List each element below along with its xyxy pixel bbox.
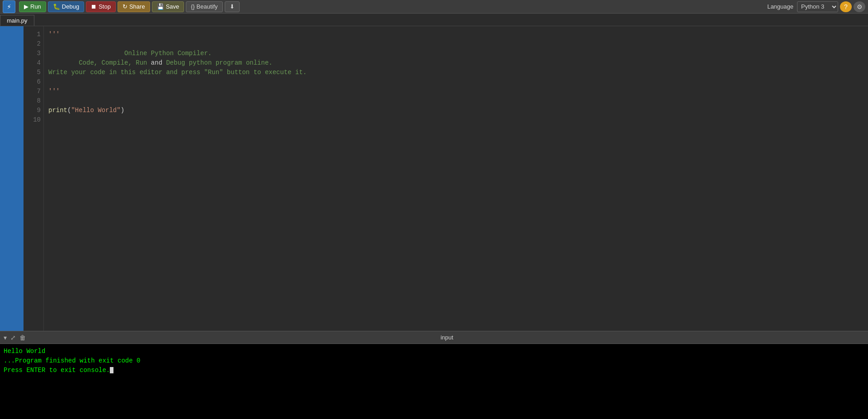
share-icon: ↻ (123, 3, 127, 10)
collapse-icon: ▾ (4, 334, 7, 341)
language-label: Language (767, 3, 793, 10)
debug-icon: 🐛 (53, 3, 60, 10)
line-number: 4 (26, 58, 41, 68)
line-number: 2 (26, 39, 41, 49)
toolbar: ⚡ ▶ Run 🐛 Debug ⏹ Stop ↻ Share 💾 Save {}… (0, 0, 868, 14)
tab-bar: main.py (0, 14, 868, 26)
code-editor[interactable]: ''' Online Python Compiler. Code, Compil… (44, 26, 868, 331)
settings-icon: ⚙ (857, 3, 863, 10)
stop-button[interactable]: ⏹ Stop (86, 1, 116, 12)
console-collapse-button[interactable]: ▾ (4, 334, 7, 341)
console-clear-button[interactable]: 🗑 (19, 334, 26, 341)
console-expand-button[interactable]: ⤢ (10, 334, 16, 341)
main-area: 1 2 3 4 5 6 7 8 9 10 ''' Online Python C… (0, 26, 868, 419)
output-line: Hello World (4, 347, 864, 356)
line-number: 9 (26, 106, 41, 115)
line-number: 5 (26, 68, 41, 77)
console-container: ▾ ⤢ 🗑 input Hello World ...Program finis… (0, 331, 868, 419)
download-icon: ⬇ (230, 3, 235, 10)
settings-button[interactable]: ⚙ (854, 1, 865, 12)
help-button[interactable]: ? (840, 1, 852, 12)
debug-button[interactable]: 🐛 Debug (48, 1, 84, 12)
line-number: 6 (26, 77, 41, 87)
share-button[interactable]: ↻ Share (118, 1, 150, 12)
help-icon: ? (844, 3, 848, 10)
cursor (110, 367, 113, 373)
tab-main-py[interactable]: main.py (0, 15, 34, 26)
stop-icon: ⏹ (91, 3, 97, 10)
console-title: input (29, 334, 864, 341)
run-button[interactable]: ▶ Run (19, 1, 46, 12)
console-header: ▾ ⤢ 🗑 input (0, 331, 868, 344)
editor-container: 1 2 3 4 5 6 7 8 9 10 ''' Online Python C… (0, 26, 868, 331)
trash-icon: 🗑 (19, 334, 26, 341)
sidebar-left (0, 26, 24, 331)
beautify-button[interactable]: {} Beautify (186, 1, 222, 12)
logo-icon[interactable]: ⚡ (3, 0, 15, 13)
output-line: ...Program finished with exit code 0 (4, 356, 864, 366)
line-number: 3 (26, 49, 41, 58)
save-icon: 💾 (157, 3, 164, 10)
line-number: 1 (26, 30, 41, 39)
line-number: 7 (26, 87, 41, 96)
language-select[interactable]: Python 3 Python 2 Java C C++ JavaScript (797, 1, 838, 12)
console-output[interactable]: Hello World ...Program finished with exi… (0, 344, 868, 419)
download-button[interactable]: ⬇ (225, 1, 240, 12)
output-line: Press ENTER to exit console. (4, 366, 864, 375)
line-numbers: 1 2 3 4 5 6 7 8 9 10 (24, 26, 44, 331)
expand-icon: ⤢ (10, 334, 16, 341)
save-button[interactable]: 💾 Save (152, 1, 184, 12)
line-number: 8 (26, 96, 41, 106)
run-icon: ▶ (24, 3, 28, 10)
line-number: 10 (26, 115, 41, 125)
